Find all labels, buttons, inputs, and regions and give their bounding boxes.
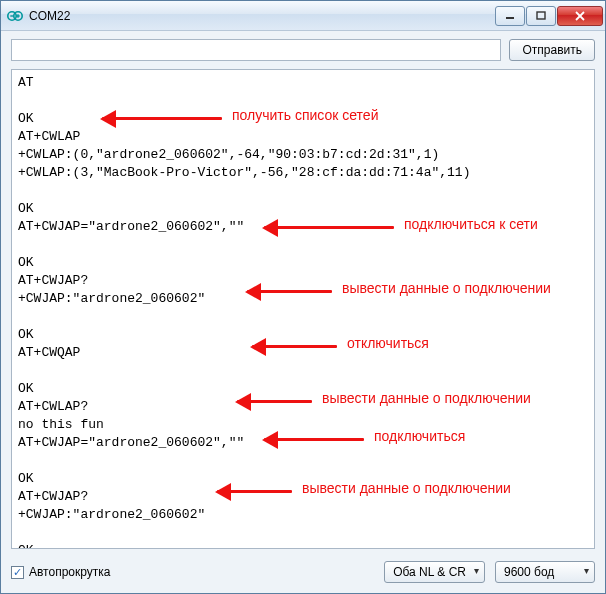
svg-rect-6 [537,12,545,19]
titlebar: COM22 [1,1,605,31]
autoscroll-label: Автопрокрутка [29,565,110,579]
window-buttons [495,6,603,26]
send-row: Отправить [1,31,605,69]
window-title: COM22 [29,9,495,23]
check-icon: ✓ [13,567,22,578]
autoscroll-checkbox[interactable]: ✓ Автопрокрутка [11,565,374,579]
minimize-button[interactable] [495,6,525,26]
window-frame: COM22 Отправить AT OK AT+CWLAP +CWLAP:(0… [0,0,606,594]
app-icon [7,8,23,24]
lineending-select[interactable]: Оба NL & CR [384,561,485,583]
close-button[interactable] [557,6,603,26]
send-button[interactable]: Отправить [509,39,595,61]
terminal-area[interactable]: AT OK AT+CWLAP +CWLAP:(0,"ardrone2_06060… [11,69,595,549]
baud-value: 9600 бод [504,565,554,579]
bottom-row: ✓ Автопрокрутка Оба NL & CR 9600 бод [1,555,605,593]
svg-line-7 [576,12,584,20]
maximize-button[interactable] [526,6,556,26]
svg-line-8 [576,12,584,20]
serial-input[interactable] [11,39,501,61]
checkbox-box: ✓ [11,566,24,579]
lineending-value: Оба NL & CR [393,565,466,579]
baud-select[interactable]: 9600 бод [495,561,595,583]
terminal-text: AT OK AT+CWLAP +CWLAP:(0,"ardrone2_06060… [12,70,594,548]
